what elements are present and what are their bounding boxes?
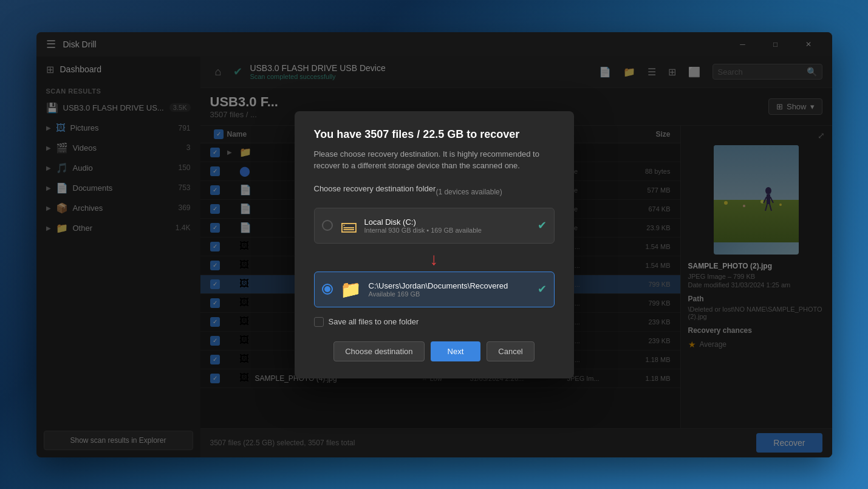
recovered-folder-check-icon: ✔ xyxy=(538,282,547,296)
recovered-folder-option[interactable]: 📁 C:\Users\Jordan\Documents\Recovered Av… xyxy=(314,272,555,307)
local-disk-info: Local Disk (C:) Internal 930 GB disk • 1… xyxy=(364,217,530,234)
recovered-folder-info: C:\Users\Jordan\Documents\Recovered Avai… xyxy=(369,281,530,298)
save-folder-label: Save all files to one folder xyxy=(329,317,419,326)
devices-available: (1 devices available) xyxy=(436,188,502,196)
modal-description: Please choose recovery destination. It i… xyxy=(314,148,555,172)
save-folder-row: Save all files to one folder xyxy=(314,317,555,327)
modal-section-label: Choose recovery destination folder xyxy=(314,184,436,193)
recovery-modal: You have 3507 files / 22.5 GB to recover… xyxy=(295,111,574,378)
next-button[interactable]: Next xyxy=(431,341,481,361)
modal-title: You have 3507 files / 22.5 GB to recover xyxy=(314,128,555,141)
local-disk-name: Local Disk (C:) xyxy=(364,217,530,227)
local-disk-detail: Internal 930 GB disk • 169 GB available xyxy=(364,227,530,234)
modal-overlay: You have 3507 files / 22.5 GB to recover… xyxy=(36,32,832,457)
local-disk-check-icon: ✔ xyxy=(538,219,547,232)
recovered-folder-detail: Available 169 GB xyxy=(369,290,530,298)
recovered-folder-name: C:\Users\Jordan\Documents\Recovered xyxy=(369,281,530,290)
choose-destination-button[interactable]: Choose destination xyxy=(333,341,424,361)
save-folder-checkbox[interactable] xyxy=(314,317,324,327)
recovered-folder-icon: 📁 xyxy=(340,279,361,299)
local-disk-icon: 🖴 xyxy=(340,216,357,236)
cancel-button[interactable]: Cancel xyxy=(487,341,534,361)
modal-actions: Choose destination Next Cancel xyxy=(314,341,555,361)
arrow-down: ↓ xyxy=(314,250,555,269)
recovered-folder-radio[interactable] xyxy=(322,284,333,295)
local-disk-radio[interactable] xyxy=(322,220,333,231)
local-disk-option[interactable]: 🖴 Local Disk (C:) Internal 930 GB disk •… xyxy=(314,208,555,244)
